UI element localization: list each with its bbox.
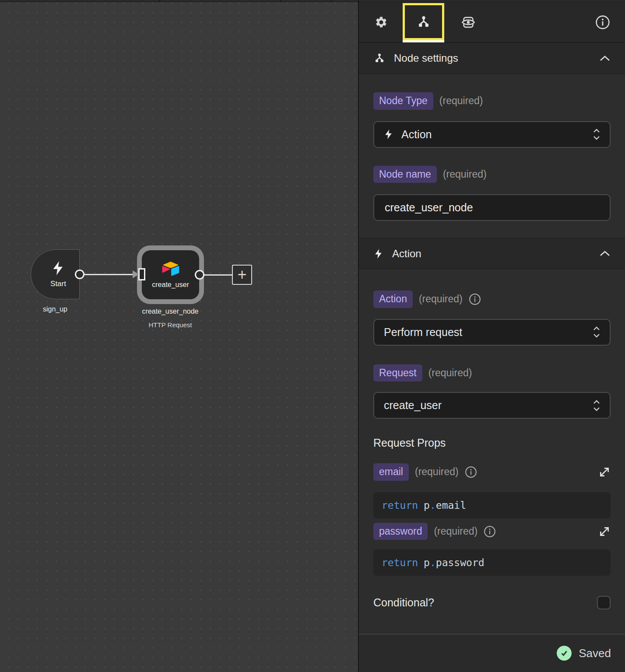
code-dot: . <box>430 500 436 511</box>
tutorial-highlight-box <box>403 3 444 40</box>
airtable-logo-icon <box>161 261 180 277</box>
lightning-bolt-icon <box>374 248 383 259</box>
action-node-body: create_user <box>142 250 199 299</box>
start-output-port[interactable] <box>75 270 84 279</box>
node-type-select[interactable]: Action <box>373 121 611 148</box>
code-keyword: return <box>382 500 418 511</box>
request-select[interactable]: create_user <box>373 392 611 419</box>
email-chip: email <box>373 463 409 481</box>
node-name-input[interactable] <box>373 194 611 221</box>
node-settings-panel: Node settings Node Type (required) Actio… <box>358 0 625 672</box>
action-node-name-label: create_user_node <box>126 308 214 315</box>
action-node-title: create_user <box>152 281 189 289</box>
node-name-chip: Node name <box>373 166 437 183</box>
info-icon[interactable] <box>465 466 477 478</box>
code-dot: . <box>430 557 436 568</box>
edge-start-to-action <box>84 274 134 275</box>
node-type-chip: Node Type <box>373 92 433 110</box>
active-tab-indicator <box>403 40 444 42</box>
action-section-title: Action <box>392 248 591 260</box>
strip-tick <box>280 0 281 2</box>
action-select[interactable]: Perform request <box>373 319 611 346</box>
app-window: Start sign_up create_user + create_user_… <box>0 0 625 672</box>
code-object: p <box>424 557 430 568</box>
node-settings-header[interactable]: Node settings <box>359 43 625 74</box>
password-code-field[interactable]: returnp.password <box>373 550 611 576</box>
select-chevrons-icon <box>593 326 600 338</box>
conditional-checkbox[interactable] <box>597 596 611 609</box>
required-text: (required) <box>434 525 478 537</box>
start-node-title: Start <box>50 280 66 288</box>
action-value: Perform request <box>384 326 585 339</box>
action-node-type-label: HTTP Request <box>126 321 214 329</box>
start-node[interactable]: Start <box>31 249 80 299</box>
required-text: (required) <box>443 168 487 180</box>
node-graph-icon <box>374 52 385 64</box>
info-icon[interactable] <box>484 525 496 538</box>
action-section-content: Action (required) Perform request Reques… <box>359 269 625 634</box>
action-output-port[interactable] <box>195 270 204 280</box>
edge-action-to-add <box>204 274 232 276</box>
action-section-header[interactable]: Action <box>359 238 625 269</box>
required-text: (required) <box>428 367 472 379</box>
workflow-canvas[interactable]: Start sign_up create_user + create_user_… <box>0 0 358 672</box>
request-chip: Request <box>373 364 422 382</box>
expand-icon[interactable] <box>598 466 611 478</box>
action-node-selected[interactable]: create_user <box>137 245 204 304</box>
select-chevrons-icon <box>593 399 600 412</box>
saved-status: Saved <box>579 647 611 660</box>
saved-check-icon <box>557 646 572 661</box>
action-input-port[interactable] <box>138 268 145 280</box>
email-prop-row: email (required) <box>373 463 611 481</box>
node-name-label-row: Node name (required) <box>373 166 611 183</box>
required-text: (required) <box>439 95 483 107</box>
email-code-field[interactable]: returnp.email <box>373 492 611 518</box>
panel-footer: Saved <box>359 634 625 672</box>
request-value: create_user <box>384 399 585 412</box>
settings-gear-icon[interactable] <box>375 16 388 29</box>
node-type-label-row: Node Type (required) <box>373 92 611 110</box>
info-icon[interactable] <box>469 293 481 305</box>
code-object: p <box>424 500 430 511</box>
conditional-row: Conditional? <box>373 596 611 609</box>
password-chip: password <box>373 523 428 540</box>
node-type-value: Action <box>401 128 585 141</box>
panel-toolbar <box>359 2 625 43</box>
request-label-row: Request (required) <box>373 364 611 382</box>
lightning-bolt-icon <box>51 260 65 276</box>
code-property: email <box>436 500 466 511</box>
node-settings-content: Node Type (required) Action Node name (r… <box>359 74 625 238</box>
preview-eye-icon[interactable] <box>461 15 476 30</box>
required-text: (required) <box>415 466 459 478</box>
node-graph-tab-icon[interactable] <box>417 15 431 29</box>
action-label-row: Action (required) <box>373 290 611 308</box>
chevron-up-icon[interactable] <box>600 56 610 61</box>
action-chip: Action <box>373 290 413 308</box>
strip-tick <box>159 0 160 2</box>
select-chevrons-icon <box>593 128 600 140</box>
conditional-label: Conditional? <box>373 596 597 609</box>
strip-tick <box>331 0 332 2</box>
canvas-top-strip <box>0 0 358 2</box>
request-props-heading: Request Props <box>373 437 611 449</box>
password-prop-row: password (required) <box>373 523 611 540</box>
code-keyword: return <box>382 557 418 568</box>
required-text: (required) <box>419 293 463 305</box>
info-icon[interactable] <box>595 15 610 30</box>
start-node-label: sign_up <box>31 305 80 313</box>
expand-icon[interactable] <box>598 525 611 538</box>
chevron-up-icon[interactable] <box>600 251 610 256</box>
code-property: password <box>436 557 485 568</box>
node-settings-title: Node settings <box>394 52 591 64</box>
lightning-bolt-icon <box>384 129 393 140</box>
add-node-button[interactable]: + <box>232 265 252 285</box>
